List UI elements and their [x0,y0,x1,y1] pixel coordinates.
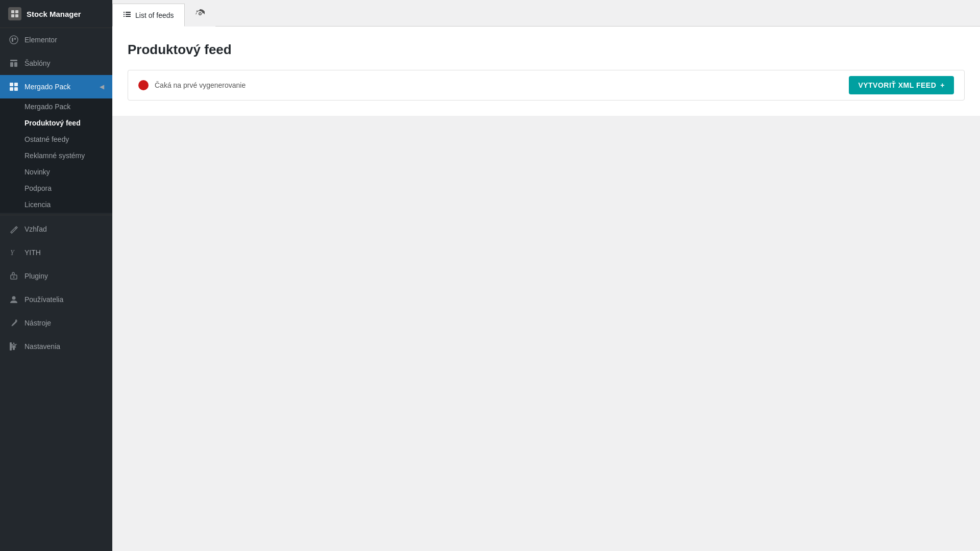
sidebar-logo-label: Stock Manager [27,10,81,18]
create-feed-plus-icon: + [940,81,945,89]
status-dot-red [138,80,149,90]
svg-rect-5 [12,38,13,42]
sidebar-submenu-item-produktovy-feed[interactable]: Produktový feed [0,115,112,131]
create-feed-button-label: VYTVORIŤ XML FEED [858,81,936,89]
svg-point-16 [13,277,15,278]
svg-point-17 [12,296,16,300]
svg-rect-2 [11,14,14,17]
main-content: List of feeds Produktový feed Čaká na pr… [112,0,980,551]
tab-list-of-feeds[interactable]: List of feeds [112,4,185,27]
sidebar-submenu-item-novinky[interactable]: Novinky [0,164,112,180]
svg-rect-9 [14,62,17,67]
content-inner: Produktový feed Čaká na prvé vygenerovan… [112,27,980,116]
page-title: Produktový feed [128,42,965,58]
nastroje-icon [8,317,19,329]
svg-rect-23 [124,14,125,15]
svg-rect-24 [126,14,131,15]
sidebar-item-sablony-label: Šablóny [24,59,51,67]
vzhLad-icon [8,223,19,235]
svg-rect-10 [10,83,13,86]
sidebar-item-yith-label: YITH [24,248,41,257]
sidebar-item-yith[interactable]: Y YITH [0,241,112,264]
sidebar-item-vzhLad-label: Vzhľad [24,225,47,233]
sablony-icon [8,58,19,69]
settings-icon [195,9,205,20]
svg-rect-8 [10,62,13,67]
feed-card: Čaká na prvé vygenerovanie VYTVORIŤ XML … [128,70,965,101]
sidebar-submenu-item-licencia[interactable]: Licencia [0,196,112,213]
sidebar-item-vzhLad[interactable]: Vzhľad [0,217,112,241]
sidebar-submenu-item-podpora[interactable]: Podpora [0,180,112,196]
pluginy-icon [8,270,19,282]
sidebar-submenu-item-mergado-pack[interactable]: Mergado Pack [0,98,112,115]
mergado-pack-icon [8,81,19,92]
svg-rect-25 [124,16,125,17]
list-icon [123,10,131,20]
svg-rect-7 [10,60,17,61]
nastavenia-icon [8,341,19,352]
svg-rect-26 [126,16,131,17]
svg-rect-22 [126,12,131,13]
svg-rect-1 [15,10,18,13]
sidebar-item-nastroje[interactable]: Nástroje [0,311,112,335]
sidebar: Stock Manager Elementor Šablóny [0,0,112,551]
tab-list-of-feeds-label: List of feeds [135,11,174,19]
tabs-bar: List of feeds [112,0,980,27]
sidebar-submenu-item-reklamne-systemy[interactable]: Reklamné systémy [0,147,112,164]
sidebar-submenu-item-ostatne-feedy[interactable]: Ostatné feedy [0,131,112,147]
tab-settings[interactable] [185,3,215,27]
status-text: Čaká na prvé vygenerovanie [155,81,246,89]
svg-rect-3 [15,14,18,17]
sidebar-item-sablony[interactable]: Šablóny [0,52,112,75]
stock-manager-icon [8,7,21,20]
sidebar-item-pluginy[interactable]: Pluginy [0,264,112,288]
svg-rect-21 [124,12,125,13]
create-xml-feed-button[interactable]: VYTVORIŤ XML FEED + [849,76,954,94]
svg-text:Y: Y [10,249,15,257]
sidebar-logo[interactable]: Stock Manager [0,0,112,28]
svg-rect-6 [14,38,16,40]
sidebar-item-mergado-pack[interactable]: Mergado Pack ◀ [0,75,112,98]
mergado-pack-arrow-icon: ◀ [100,83,104,90]
feed-status: Čaká na prvé vygenerovanie [138,80,246,90]
svg-rect-19 [13,345,15,350]
sidebar-item-pouzivatelia[interactable]: Používatelia [0,288,112,311]
svg-rect-20 [10,342,12,350]
pouzivatelia-icon [8,294,19,305]
elementor-icon [8,34,19,45]
svg-rect-12 [10,87,13,91]
sidebar-item-pouzivatelia-label: Používatelia [24,295,63,304]
sidebar-item-nastroje-label: Nástroje [24,319,51,327]
svg-rect-0 [11,10,14,13]
sidebar-item-nastavenia-label: Nastavenia [24,342,60,350]
svg-rect-11 [14,83,18,86]
sidebar-item-elementor-label: Elementor [24,36,57,44]
sidebar-submenu-mergado: Mergado Pack Produktový feed Ostatné fee… [0,98,112,213]
sidebar-item-elementor[interactable]: Elementor [0,28,112,52]
svg-point-4 [10,36,18,44]
yith-icon: Y [8,247,19,258]
sidebar-item-pluginy-label: Pluginy [24,272,48,280]
sidebar-divider-1 [0,215,112,215]
sidebar-item-nastavenia[interactable]: Nastavenia [0,335,112,358]
svg-rect-13 [14,87,18,91]
content-area: Produktový feed Čaká na prvé vygenerovan… [112,27,980,551]
sidebar-item-mergado-pack-label: Mergado Pack [24,83,70,91]
